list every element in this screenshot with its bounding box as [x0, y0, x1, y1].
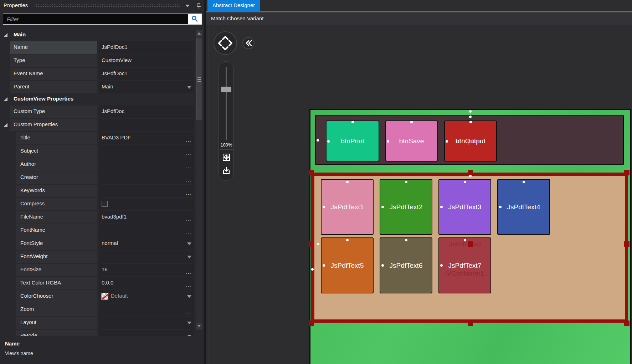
tab-abstract-designer[interactable]: Abstract Designer [207, 0, 260, 11]
scrollbar-up-button[interactable] [196, 30, 202, 37]
canvas-button-btnoutput[interactable]: MTopBar1btnOutput [444, 121, 497, 162]
dropdown-arrow-icon[interactable] [187, 322, 191, 324]
property-value-cell[interactable]: JsPdfDoc1 [99, 41, 194, 54]
ellipsis-button[interactable]: ... [186, 137, 191, 143]
selection-handle-bottom-left[interactable] [309, 321, 314, 326]
property-value-cell[interactable]: JsPdfDoc1 [99, 68, 194, 80]
ellipsis-button[interactable]: ... [186, 282, 191, 288]
selection-handle-top-right[interactable] [624, 170, 630, 175]
property-value-cell[interactable] [99, 330, 194, 336]
property-value-cell[interactable] [99, 317, 194, 329]
filter-input[interactable] [3, 14, 191, 24]
property-value-cell[interactable]: Default [99, 290, 194, 303]
property-label-cell[interactable]: FontName [16, 224, 97, 237]
properties-header[interactable]: Properties [0, 0, 204, 11]
property-label-cell[interactable]: Creator [16, 171, 97, 184]
property-value-cell[interactable] [99, 198, 194, 210]
property-label-cell[interactable]: ColorChooser [16, 290, 97, 303]
property-value-cell[interactable] [99, 119, 194, 131]
property-value-cell[interactable]: Main [99, 81, 194, 93]
ellipsis-button[interactable]: ... [186, 150, 191, 156]
zoom-slider-thumb[interactable] [221, 87, 231, 92]
property-value-cell[interactable] [99, 251, 194, 263]
property-label-cell[interactable]: Compress [16, 198, 97, 210]
zoom-slider-track[interactable] [226, 67, 227, 140]
property-value-cell[interactable]: bvad3pdf1... [99, 211, 194, 224]
dropdown-arrow-icon[interactable] [187, 295, 191, 298]
search-button[interactable] [188, 14, 201, 24]
property-label-cell[interactable]: Zoom [16, 303, 97, 316]
property-label-cell[interactable]: Name [10, 41, 97, 54]
property-label-cell[interactable]: Subject [16, 145, 97, 158]
dropdown-arrow-icon[interactable] [187, 86, 191, 89]
scrollbar-down-button[interactable] [196, 323, 202, 329]
no-color-swatch-icon[interactable] [101, 293, 108, 300]
property-label-cell[interactable]: KeyWords [16, 185, 97, 197]
dropdown-arrow-icon[interactable] [187, 242, 191, 245]
property-label-cell[interactable]: FontSize [16, 264, 97, 276]
selection-handle-middle-left[interactable] [309, 241, 314, 247]
property-value-cell[interactable]: ... [99, 158, 194, 171]
window-position-chevron-icon[interactable] [185, 3, 190, 9]
property-value-cell[interactable]: 16... [99, 264, 194, 276]
fit-to-view-button[interactable] [221, 152, 232, 163]
canvas-button-btnsave[interactable]: btnSave [385, 121, 438, 162]
selection-handle-middle-center[interactable] [468, 241, 473, 247]
variant-toolbar-label[interactable]: Match Chosen Variant [211, 15, 263, 21]
property-value-cell[interactable]: ... [99, 303, 194, 316]
canvas-box-jspdftext2[interactable]: JsPdfText2 [380, 179, 432, 235]
expander-triangle-icon[interactable] [4, 33, 7, 37]
property-label-cell[interactable]: PMode [16, 330, 97, 336]
property-label-cell[interactable]: Custom Properties [10, 119, 97, 131]
property-label-cell[interactable]: FileName [16, 211, 97, 224]
property-value-cell[interactable]: BVAD3 PDF... [99, 132, 194, 144]
property-value-cell[interactable]: 0;0;0... [99, 277, 194, 289]
property-value-cell[interactable]: CustomView [99, 55, 194, 67]
property-value-cell[interactable]: ... [99, 145, 194, 158]
property-label-cell[interactable]: Title [16, 132, 97, 144]
dropdown-arrow-icon[interactable] [187, 256, 191, 258]
selection-handle-middle-right[interactable] [624, 241, 630, 247]
selection-handle-bottom-center[interactable] [468, 321, 473, 326]
property-label-cell[interactable]: Parent [10, 81, 97, 93]
canvas-box-jspdftext1[interactable]: JsPdfText1 [321, 179, 374, 235]
canvas-box-jspdftext4[interactable]: JsPdfText4 [497, 179, 550, 235]
selection-handle-bottom-right[interactable] [624, 321, 630, 326]
pin-icon[interactable] [196, 3, 202, 9]
ellipsis-button[interactable]: ... [186, 190, 191, 196]
canvas-box-jspdftext7[interactable]: JsPdfDoc1VContainer1JsPdfText7 [438, 237, 491, 293]
property-label-cell[interactable]: FontWeight [16, 251, 97, 263]
ellipsis-button[interactable]: ... [186, 308, 191, 314]
ellipsis-button[interactable]: ... [186, 163, 191, 169]
ellipsis-button[interactable]: ... [186, 269, 191, 275]
property-label-cell[interactable]: Event Name [10, 68, 97, 80]
canvas-button-btnprint[interactable]: btnPrint [326, 121, 379, 162]
property-label-cell[interactable]: FontStyle [16, 237, 97, 250]
property-label-cell[interactable]: Layout [16, 317, 97, 329]
canvas-box-jspdftext3[interactable]: JsPdfText3 [438, 179, 491, 235]
property-value-cell[interactable]: ... [99, 171, 194, 184]
group-header-main[interactable]: Main [0, 30, 195, 41]
selection-handle-top-left[interactable] [309, 170, 314, 175]
property-grid-scrollbar[interactable] [196, 30, 202, 330]
property-value-cell[interactable]: ... [99, 185, 194, 197]
ellipsis-button[interactable]: ... [186, 176, 191, 183]
property-label-cell[interactable]: Text Color RGBA [16, 277, 97, 289]
pan-control[interactable] [214, 31, 237, 55]
property-value-cell[interactable]: ... [99, 224, 194, 237]
property-value-cell[interactable]: JsPdfDoc [99, 106, 194, 118]
ellipsis-button[interactable]: ... [186, 216, 191, 222]
group-header-customview-properties[interactable]: CustomView Properties [0, 94, 195, 105]
scrollbar-thumb[interactable] [196, 38, 202, 120]
property-label-cell[interactable]: Author [16, 158, 97, 171]
export-download-button[interactable] [221, 165, 232, 176]
expander-triangle-icon[interactable] [4, 123, 7, 127]
checkbox[interactable] [102, 201, 108, 207]
property-label-cell[interactable]: Custom Type [10, 106, 97, 118]
property-value-cell[interactable]: normal [99, 237, 194, 250]
expander-triangle-icon[interactable] [4, 97, 7, 101]
ellipsis-button[interactable]: ... [186, 229, 191, 235]
canvas-box-jspdftext5[interactable]: JsPdfText5 [321, 237, 374, 293]
canvas-box-jspdftext6[interactable]: JsPdfText6 [380, 237, 432, 293]
property-label-cell[interactable]: Type [10, 55, 97, 67]
